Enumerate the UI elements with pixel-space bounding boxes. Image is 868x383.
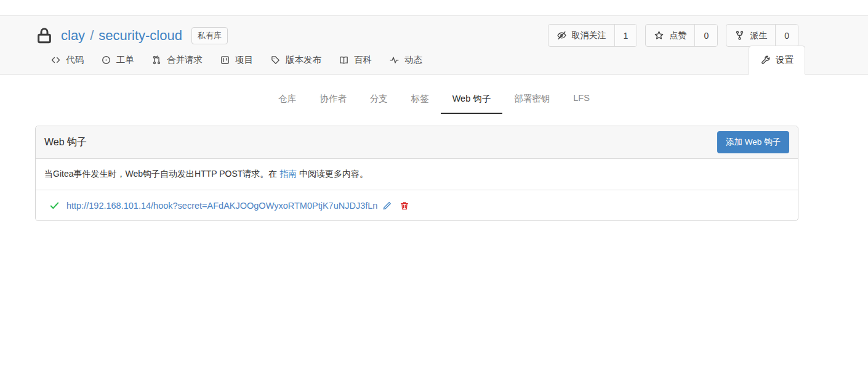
fork-icon [734, 30, 745, 41]
subnav-repository[interactable]: 仓库 [267, 88, 308, 114]
tab-settings-label: 设置 [776, 54, 794, 66]
watchers-count[interactable]: 1 [614, 25, 637, 46]
star-button-group: 点赞 0 [645, 24, 718, 47]
repo-header: clay / security-cloud 私有库 取消关注 1 [0, 15, 868, 75]
stars-count[interactable]: 0 [694, 25, 717, 46]
tab-code[interactable]: 代码 [42, 46, 92, 74]
tab-pull-requests-label: 合并请求 [167, 54, 203, 66]
subnav-collaborators[interactable]: 协作者 [308, 88, 358, 114]
tab-wiki[interactable]: 百科 [330, 46, 380, 74]
forks-count[interactable]: 0 [775, 25, 798, 46]
subnav-lfs[interactable]: LFS [561, 88, 601, 114]
add-webhook-button[interactable]: 添加 Web 钩子 [717, 131, 789, 153]
tab-projects[interactable]: 项目 [211, 46, 262, 74]
top-whitespace [0, 0, 868, 15]
repo-title-row: clay / security-cloud 私有库 取消关注 1 [35, 16, 798, 42]
tab-code-label: 代码 [66, 54, 84, 66]
subnav-branches[interactable]: 分支 [358, 88, 400, 114]
panel-title: Web 钩子 [44, 136, 87, 149]
unwatch-label: 取消关注 [572, 30, 606, 41]
activity-icon [389, 55, 400, 65]
star-icon [654, 30, 664, 41]
webhook-url-link[interactable]: http://192.168.101.14/hook?secret=AFdAKJ… [66, 201, 377, 211]
star-label: 点赞 [669, 30, 686, 41]
issue-icon [101, 55, 111, 65]
tab-releases-label: 版本发布 [286, 54, 321, 66]
tab-issues-label: 工单 [116, 54, 134, 66]
fork-button[interactable]: 派生 [726, 25, 775, 46]
tab-releases[interactable]: 版本发布 [262, 46, 330, 74]
code-icon [50, 55, 61, 65]
breadcrumb-separator: / [90, 28, 94, 44]
private-repo-badge: 私有库 [191, 27, 228, 44]
tab-wiki-label: 百科 [354, 54, 372, 66]
repo-breadcrumb: clay / security-cloud [61, 28, 182, 44]
subnav-tags[interactable]: 标签 [400, 88, 441, 114]
eye-slash-icon [557, 30, 567, 41]
webhooks-description: 当Gitea事件发生时，Web钩子自动发出HTTP POST请求。在 指南 中阅… [36, 159, 798, 190]
tab-activity[interactable]: 动态 [380, 46, 431, 74]
success-check-icon [49, 200, 60, 211]
unwatch-button[interactable]: 取消关注 [549, 25, 614, 46]
pull-request-icon [151, 55, 162, 65]
subnav-webhooks[interactable]: Web 钩子 [441, 88, 503, 114]
lock-icon [35, 26, 54, 45]
unwatch-button-group: 取消关注 1 [548, 24, 638, 47]
fork-label: 派生 [750, 30, 767, 41]
webhooks-panel-header: Web 钩子 添加 Web 钩子 [36, 126, 798, 159]
guide-link[interactable]: 指南 [279, 169, 297, 179]
delete-trash-icon[interactable] [400, 201, 409, 211]
settings-subnav: 仓库 协作者 分支 标签 Web 钩子 部署密钥 LFS [0, 75, 868, 114]
tab-settings[interactable]: 设置 [749, 46, 805, 75]
repo-actions: 取消关注 1 点赞 0 [548, 24, 798, 47]
repo-name-link[interactable]: security-cloud [98, 28, 182, 44]
tab-projects-label: 项目 [235, 54, 253, 66]
webhook-list-item: http://192.168.101.14/hook?secret=AFdAKJ… [36, 190, 798, 220]
description-text-after: 中阅读更多内容。 [297, 169, 368, 179]
wrench-icon [760, 55, 771, 65]
edit-pencil-icon[interactable] [382, 201, 392, 211]
description-text-before: 当Gitea事件发生时，Web钩子自动发出HTTP POST请求。在 [44, 169, 279, 179]
fork-button-group: 派生 0 [726, 24, 798, 47]
project-board-icon [220, 55, 230, 65]
repo-tabs: 代码 工单 合并请求 项目 版本发布 百科 [35, 46, 798, 74]
repo-owner-link[interactable]: clay [61, 28, 85, 44]
star-button[interactable]: 点赞 [646, 25, 694, 46]
tab-activity-label: 动态 [404, 54, 422, 66]
tab-issues[interactable]: 工单 [92, 46, 143, 74]
subnav-deploy-keys[interactable]: 部署密钥 [502, 88, 561, 114]
book-icon [339, 55, 349, 65]
tag-icon [270, 55, 281, 65]
tab-pull-requests[interactable]: 合并请求 [143, 46, 211, 74]
webhooks-panel: Web 钩子 添加 Web 钩子 当Gitea事件发生时，Web钩子自动发出HT… [35, 126, 798, 221]
